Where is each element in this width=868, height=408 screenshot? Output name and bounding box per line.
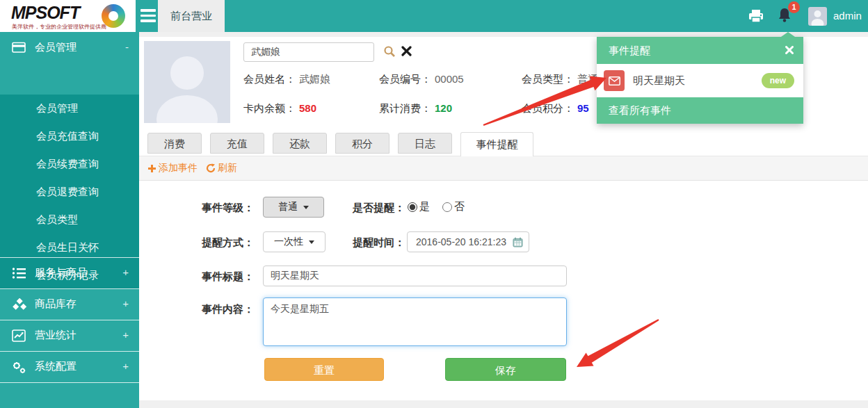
chart-icon bbox=[12, 329, 26, 344]
expand-indicator: + bbox=[122, 297, 129, 309]
remind-yes-option[interactable]: 是 bbox=[408, 200, 430, 213]
remind-toggle-label: 是否提醒： bbox=[335, 202, 405, 215]
submenu-refund-query[interactable]: 会员退费查询 bbox=[0, 178, 139, 206]
brand-tagline: 美萍软件，专业的企业管理软件提供商 bbox=[12, 23, 106, 31]
remind-time-label: 提醒时间： bbox=[335, 236, 405, 250]
close-icon bbox=[785, 46, 794, 54]
member-name-field: 会员姓名：武媚娘 bbox=[243, 73, 330, 86]
popup-header: 事件提醒 bbox=[597, 37, 803, 64]
remind-mode-label: 提醒方式： bbox=[184, 236, 254, 250]
popup-pointer bbox=[781, 32, 795, 37]
search-icon bbox=[383, 45, 396, 58]
list-icon bbox=[12, 267, 26, 281]
tab-front-desk[interactable]: 前台营业 bbox=[158, 0, 225, 32]
event-title-label: 事件标题： bbox=[184, 270, 254, 284]
event-title-input[interactable] bbox=[263, 266, 567, 286]
chevron-down-icon bbox=[303, 206, 309, 209]
sidebar-nav: 会员管理 - 会员管理 会员充值查询 会员续费查询 会员退费查询 会员类型 会员… bbox=[0, 32, 139, 408]
person-silhouette-icon bbox=[144, 41, 230, 123]
remind-radio-group: 是 否 bbox=[408, 200, 465, 213]
expand-indicator: + bbox=[122, 266, 129, 278]
refresh-button[interactable]: 刷新 bbox=[206, 156, 237, 180]
sidebar-item-member-management[interactable]: 会员管理 - bbox=[0, 32, 139, 63]
event-toolbar: 添加事件 刷新 bbox=[139, 156, 868, 181]
menu-toggle-button[interactable] bbox=[140, 9, 157, 23]
sidebar-item-business-stats[interactable]: 营业统计 + bbox=[0, 320, 139, 351]
total-consumption-field: 累计消费：120 bbox=[379, 102, 452, 115]
notification-count-badge: 1 bbox=[788, 1, 800, 13]
user-avatar-icon bbox=[808, 7, 827, 26]
tab-repayment[interactable]: 还款 bbox=[273, 133, 327, 154]
top-header-bar: MPSOFT 美萍软件，专业的企业管理软件提供商 前台营业 1 bbox=[0, 0, 868, 32]
brand-name: MPSOFT bbox=[11, 3, 79, 23]
username-label: admin bbox=[833, 10, 862, 22]
logo-swirl-icon bbox=[102, 4, 125, 28]
plus-icon bbox=[147, 164, 156, 173]
calendar-icon[interactable] bbox=[513, 237, 523, 247]
card-balance-field: 卡内余额：580 bbox=[243, 102, 316, 115]
tab-log[interactable]: 日志 bbox=[398, 133, 452, 154]
close-icon bbox=[401, 46, 412, 56]
remind-yes-radio[interactable] bbox=[408, 202, 417, 212]
remind-no-option[interactable]: 否 bbox=[442, 200, 465, 213]
search-button[interactable] bbox=[383, 45, 396, 60]
printer-icon bbox=[748, 9, 764, 23]
sidebar-item-system-config[interactable]: 系统配置 + bbox=[0, 351, 139, 382]
event-level-label: 事件等级： bbox=[184, 202, 254, 215]
member-id-field: 会员编号：00005 bbox=[379, 73, 464, 86]
tab-recharge[interactable]: 充值 bbox=[210, 133, 264, 154]
cubes-icon bbox=[12, 298, 27, 313]
print-button[interactable] bbox=[748, 9, 764, 26]
save-button[interactable]: 保存 bbox=[445, 358, 566, 381]
hamburger-icon bbox=[140, 9, 156, 12]
tab-points[interactable]: 积分 bbox=[335, 133, 389, 154]
submenu-renewal-query[interactable]: 会员续费查询 bbox=[0, 150, 139, 178]
popup-close-button[interactable] bbox=[785, 46, 794, 54]
view-all-events-link[interactable]: 查看所有事件 bbox=[597, 97, 803, 124]
submenu-recharge-query[interactable]: 会员充值查询 bbox=[0, 122, 139, 150]
expand-indicator: + bbox=[122, 360, 129, 372]
event-notification-item[interactable]: 明天星期天 new bbox=[597, 64, 803, 97]
remind-no-radio[interactable] bbox=[442, 202, 452, 212]
member-photo-placeholder bbox=[144, 41, 230, 123]
tab-event-reminder[interactable]: 事件提醒 bbox=[460, 132, 533, 156]
event-reminder-popup: 事件提醒 明天星期天 new 查看所有事件 bbox=[597, 37, 803, 124]
remind-time-input[interactable]: 2016-05-20 16:21:23 bbox=[407, 231, 529, 252]
envelope-icon-box bbox=[604, 70, 625, 91]
user-avatar[interactable] bbox=[808, 7, 827, 26]
submenu-member-type[interactable]: 会员类型 bbox=[0, 206, 139, 234]
refresh-icon bbox=[206, 163, 216, 173]
tab-consumption[interactable]: 消费 bbox=[147, 133, 202, 154]
add-event-button[interactable]: 添加事件 bbox=[147, 156, 198, 180]
member-points-field: 会员积分：95 bbox=[522, 102, 589, 115]
event-level-dropdown[interactable]: 普通 bbox=[263, 197, 324, 218]
sidebar-item-inventory[interactable]: 商品库存 + bbox=[0, 288, 139, 320]
collapse-indicator: - bbox=[125, 41, 129, 53]
remind-mode-dropdown[interactable]: 一次性 bbox=[263, 231, 326, 252]
gears-icon bbox=[12, 361, 26, 376]
expand-indicator: + bbox=[122, 329, 129, 341]
reset-button[interactable]: 重置 bbox=[264, 358, 384, 381]
chevron-down-icon bbox=[309, 240, 314, 244]
sidebar-item-services-goods[interactable]: 服务与商品 + bbox=[0, 257, 139, 288]
new-badge: new bbox=[762, 73, 794, 88]
divider bbox=[0, 382, 139, 383]
event-content-label: 事件内容： bbox=[184, 303, 254, 316]
clear-member-button[interactable] bbox=[401, 46, 412, 59]
member-search-input[interactable] bbox=[243, 42, 374, 62]
brand-logo: MPSOFT 美萍软件，专业的企业管理软件提供商 bbox=[0, 0, 136, 32]
membership-card-icon bbox=[12, 42, 26, 56]
submenu-member-management[interactable]: 会员管理 bbox=[0, 95, 139, 122]
envelope-icon bbox=[609, 76, 620, 85]
event-content-textarea[interactable]: 今天是星期五 bbox=[263, 297, 567, 346]
app-window: MPSOFT 美萍软件，专业的企业管理软件提供商 前台营业 1 bbox=[0, 0, 868, 408]
